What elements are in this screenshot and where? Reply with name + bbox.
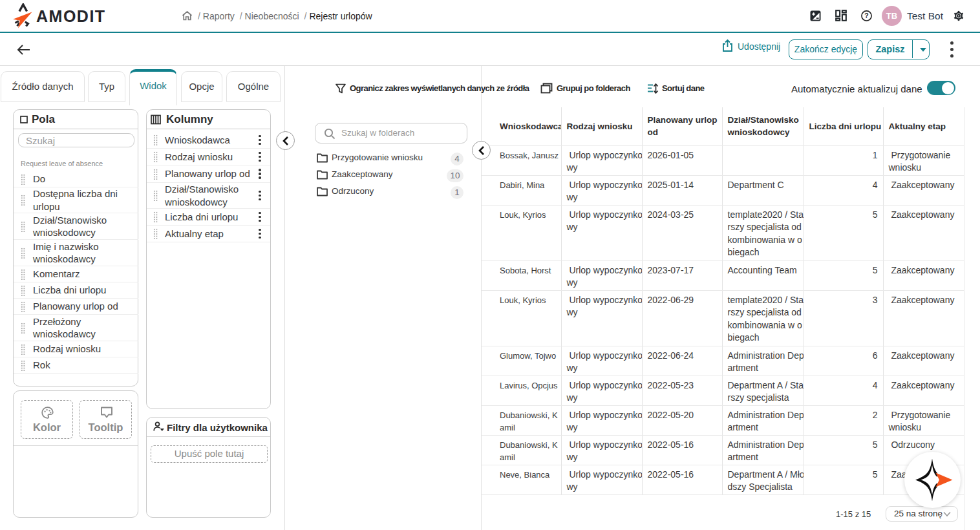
svg-text:?: ? bbox=[864, 12, 868, 19]
